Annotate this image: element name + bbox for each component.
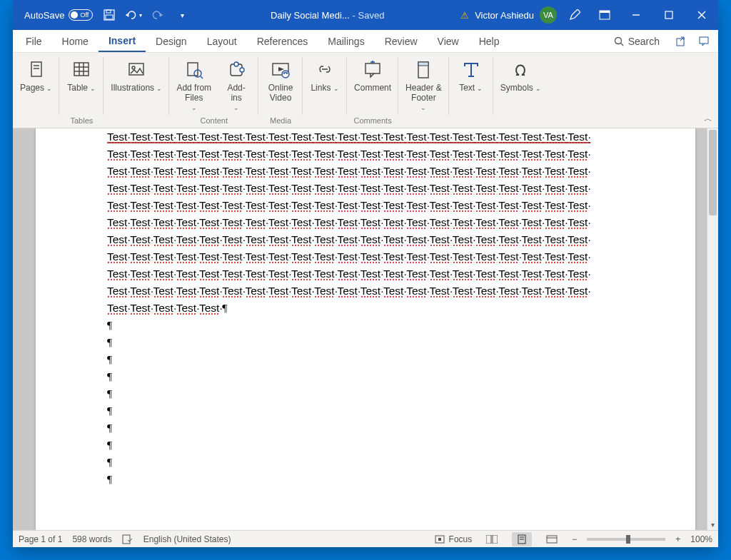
group-label: Media [261,116,300,128]
svg-rect-36 [418,62,428,66]
svg-line-26 [201,76,203,78]
spellcheck-button[interactable] [122,534,133,544]
scrollbar-down[interactable]: ▾ [707,519,718,530]
tab-help[interactable]: Help [469,30,510,52]
ribbon-add-from-files-button[interactable]: Add fromFiles⌄ [172,56,216,116]
group-label [496,116,545,128]
ribbon-table-button[interactable]: Table ⌄ [62,56,101,116]
web-layout-button[interactable] [542,532,562,546]
group-label: Content [172,116,256,128]
paragraph-mark: ¶ [107,351,624,368]
illustrations-icon [125,58,148,81]
online-video-icon [269,58,292,81]
ribbon-links-button[interactable]: Links ⌄ [306,56,344,116]
save-button[interactable] [97,0,121,30]
word-count[interactable]: 598 words [72,534,111,544]
svg-rect-2 [106,15,113,19]
pages-icon [25,58,48,81]
app-window: AutoSave Off ▾ ▾ Daily Social Medi... - … [13,0,718,547]
ribbon: Pages ⌄Table ⌄TablesIllustrations ⌄Add f… [13,53,718,128]
tab-view[interactable]: View [428,30,469,52]
undo-button[interactable]: ▾ [121,0,146,30]
share-button[interactable] [670,30,692,53]
ribbon-group: Table ⌄Tables [59,53,104,128]
ribbon-group: OnlineVideoMedia [258,53,303,128]
window-controls [620,0,718,30]
search-icon [614,36,624,46]
focus-icon [435,534,445,544]
autosave-toggle[interactable]: AutoSave Off [20,9,97,21]
customize-qat-button[interactable]: ▾ [170,0,194,30]
svg-rect-13 [700,37,708,44]
paragraph-mark: ¶ [107,368,624,385]
header-footer-icon [412,58,435,81]
tab-references[interactable]: References [247,30,318,52]
page-indicator[interactable]: Page 1 of 1 [19,534,62,544]
add-from-files-icon [183,58,206,81]
pen-button[interactable] [563,0,587,30]
search-box[interactable]: Search [604,30,670,52]
autosave-switch[interactable]: Off [69,9,93,21]
text-line: Test·Test·Test·Test·Test·Test·Test·Test·… [107,128,624,146]
svg-rect-6 [665,11,672,19]
tab-layout[interactable]: Layout [197,30,247,52]
group-label [452,116,490,128]
svg-rect-41 [493,535,498,544]
tab-insert[interactable]: Insert [99,30,146,52]
maximize-button[interactable] [652,0,685,30]
language-indicator[interactable]: English (United States) [143,534,231,544]
focus-button[interactable]: Focus [435,534,473,544]
ribbon-symbols-button[interactable]: Symbols ⌄ [496,56,545,116]
close-button[interactable] [685,0,718,30]
paragraph-mark: ¶ [107,402,624,419]
page[interactable]: Test·Test·Test·Test·Test·Test·Test·Test·… [36,128,695,530]
symbols-icon [509,58,532,81]
svg-rect-11 [677,39,684,46]
scrollbar-thumb[interactable] [709,130,717,215]
search-label: Search [628,36,660,47]
zoom-out-button[interactable]: − [572,534,577,544]
autosave-label: AutoSave [24,10,64,21]
tab-design[interactable]: Design [146,30,197,52]
ribbon-group: Text ⌄ [449,53,493,128]
ribbon-add-ins-button[interactable]: Add-ins⌄ [217,56,256,116]
tab-mailings[interactable]: Mailings [318,30,374,52]
text-line: Test·Test·Test·Test·Test·Test·Test·Test·… [107,180,624,197]
svg-rect-39 [438,538,441,541]
zoom-slider[interactable] [587,538,665,541]
ribbon-online-video-button[interactable]: OnlineVideo [261,56,300,116]
collapse-ribbon-button[interactable]: ︿ [704,113,712,125]
comments-button[interactable] [692,30,715,53]
avatar[interactable]: VA [540,6,557,24]
print-layout-button[interactable] [512,532,532,546]
text-line: Test·Test·Test·Test·Test·¶ [107,300,624,317]
svg-rect-45 [547,536,557,543]
ribbon-text-button[interactable]: Text ⌄ [452,56,490,116]
links-icon [313,58,336,81]
tab-review[interactable]: Review [375,30,428,52]
ribbon-group: Header &Footer⌄ [398,53,449,128]
svg-rect-40 [486,535,491,544]
text-line: Test·Test·Test·Test·Test·Test·Test·Test·… [107,248,624,265]
svg-rect-32 [366,63,380,73]
minimize-button[interactable] [620,0,652,30]
zoom-level[interactable]: 100% [690,534,712,544]
ribbon-header-footer-button[interactable]: Header &Footer⌄ [401,56,446,116]
text-icon [460,58,483,81]
ribbon-display-button[interactable] [593,0,617,30]
zoom-in-button[interactable]: + [675,534,680,544]
ribbon-pages-button[interactable]: Pages ⌄ [16,56,56,116]
svg-point-9 [615,37,621,44]
svg-line-10 [620,43,623,46]
svg-point-23 [132,66,135,69]
tab-home[interactable]: Home [52,30,99,52]
ribbon-illustrations-button[interactable]: Illustrations ⌄ [106,56,166,116]
ribbon-comment-button[interactable]: Comment [350,56,395,116]
read-mode-button[interactable] [482,532,502,546]
tab-file[interactable]: File [16,30,52,52]
svg-point-29 [240,68,244,72]
text-line: Test·Test·Test·Test·Test·Test·Test·Test·… [107,231,624,248]
zoom-handle[interactable] [626,535,630,544]
scrollbar[interactable]: ▾ [707,128,718,530]
redo-button[interactable] [146,0,170,30]
